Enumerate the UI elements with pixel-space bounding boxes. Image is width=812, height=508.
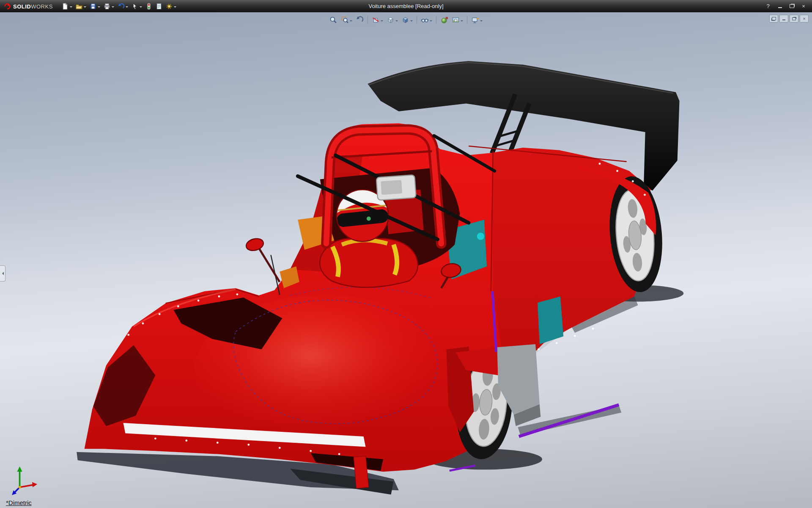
minimize-document-button[interactable] bbox=[779, 15, 788, 22]
open-button[interactable] bbox=[74, 1, 88, 11]
options-button[interactable] bbox=[165, 1, 178, 11]
display-style-button[interactable] bbox=[400, 14, 414, 25]
solidworks-app: { "app": { "brand_part1": "SOLID", "bran… bbox=[0, 0, 812, 508]
restore-icon bbox=[790, 4, 794, 8]
tile-document-icon bbox=[772, 17, 776, 20]
orientation-label: *Dimetric bbox=[6, 499, 32, 506]
section-view-icon bbox=[372, 16, 380, 24]
view-settings-button[interactable] bbox=[470, 14, 484, 25]
print-icon bbox=[104, 3, 110, 10]
save-button[interactable] bbox=[88, 1, 102, 11]
featuremanager-collapse-tab[interactable] bbox=[0, 265, 5, 282]
view-settings-icon bbox=[471, 16, 479, 24]
zoom-to-fit-button[interactable] bbox=[328, 14, 339, 25]
view-orientation-button[interactable] bbox=[385, 14, 399, 25]
rebuild-button[interactable] bbox=[144, 1, 154, 11]
document-window-controls: × bbox=[769, 15, 809, 22]
previous-view-icon bbox=[356, 16, 364, 24]
apply-scene-icon bbox=[452, 16, 460, 24]
hide-show-items-button[interactable] bbox=[420, 14, 433, 25]
save-icon bbox=[90, 3, 96, 10]
collapse-arrow-icon bbox=[0, 272, 4, 275]
close-document-button[interactable]: × bbox=[800, 15, 809, 22]
solidworks-logo: SOLIDWORKS bbox=[0, 0, 58, 12]
select-button[interactable] bbox=[130, 1, 143, 11]
race-car-scene[interactable] bbox=[0, 12, 812, 508]
toolbar-separator bbox=[368, 16, 368, 24]
open-folder-icon bbox=[76, 3, 82, 10]
help-button[interactable]: ? bbox=[763, 2, 773, 10]
brand-solid: SOLID bbox=[13, 3, 31, 10]
apply-scene-button[interactable] bbox=[450, 14, 464, 25]
hide-show-glasses-icon bbox=[421, 16, 429, 24]
tile-document-button[interactable] bbox=[769, 15, 778, 22]
minimize-icon bbox=[778, 7, 782, 8]
window-controls: ? × bbox=[763, 2, 812, 10]
edit-appearance-sphere-icon bbox=[440, 16, 448, 24]
previous-view-button[interactable] bbox=[354, 14, 365, 25]
brand-works: WORKS bbox=[31, 3, 53, 10]
undo-icon bbox=[118, 3, 124, 10]
left-mirror[interactable] bbox=[245, 237, 280, 282]
select-cursor-icon bbox=[132, 3, 138, 10]
solidworks-mark-icon bbox=[3, 3, 11, 10]
file-properties-button[interactable] bbox=[154, 1, 164, 11]
camera-box[interactable] bbox=[376, 175, 416, 200]
restore-document-button[interactable] bbox=[790, 15, 798, 22]
undo-button[interactable] bbox=[116, 1, 129, 11]
close-button[interactable]: × bbox=[798, 2, 809, 10]
options-gear-icon bbox=[166, 3, 173, 10]
zoom-to-area-button[interactable] bbox=[340, 14, 354, 25]
display-style-icon bbox=[401, 16, 409, 24]
minimize-document-icon bbox=[782, 19, 785, 20]
restore-button[interactable] bbox=[787, 2, 797, 10]
zoom-to-area-icon bbox=[341, 16, 349, 24]
minimize-button[interactable] bbox=[775, 2, 785, 10]
orientation-triad bbox=[12, 467, 37, 495]
main-toolbar bbox=[60, 1, 178, 11]
title-bar: SOLIDWORKS bbox=[0, 0, 812, 12]
new-document-icon bbox=[62, 3, 69, 10]
heads-up-view-toolbar bbox=[328, 14, 484, 25]
file-properties-icon bbox=[156, 3, 162, 10]
zoom-to-fit-icon bbox=[329, 16, 337, 24]
toolbar-separator bbox=[436, 16, 436, 24]
model-viewport[interactable]: × bbox=[0, 12, 812, 508]
view-orientation-cube-icon bbox=[387, 16, 395, 24]
toolbar-separator bbox=[467, 16, 467, 24]
new-document-button[interactable] bbox=[60, 1, 74, 11]
toolbar-separator bbox=[417, 16, 417, 24]
window-title: Voiture assemblee [Read-only] bbox=[368, 3, 443, 9]
edit-appearance-button[interactable] bbox=[439, 14, 450, 25]
section-view-button[interactable] bbox=[370, 14, 384, 25]
rebuild-traffic-light-icon bbox=[145, 3, 152, 10]
restore-document-icon bbox=[792, 17, 796, 20]
print-button[interactable] bbox=[102, 1, 115, 11]
